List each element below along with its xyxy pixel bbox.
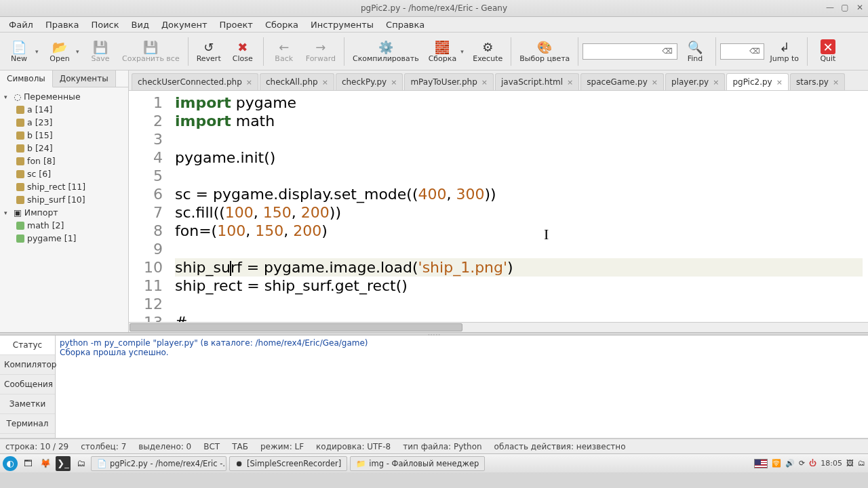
code-editor[interactable]: 12345678910111213 import pygameimport ma… [129, 91, 868, 322]
menu-project[interactable]: Проект [214, 18, 259, 31]
keyboard-layout-icon[interactable] [754, 459, 768, 468]
menu-search[interactable]: Поиск [85, 18, 125, 31]
jumpto-field-wrap[interactable]: ⌫ [720, 43, 765, 60]
start-menu-icon[interactable]: ◐ [3, 456, 18, 471]
horizontal-scrollbar[interactable] [129, 322, 868, 332]
menu-help[interactable]: Справка [380, 18, 431, 31]
menu-edit[interactable]: Правка [39, 18, 85, 31]
build-button[interactable]: 🧱Сборка [425, 34, 461, 69]
msg-tab-compiler[interactable]: Компилятор [0, 355, 55, 375]
msg-tab-terminal[interactable]: Терминал [0, 414, 55, 434]
window-title: pgPic2.py - /home/rex4/Eric - Geany [361, 3, 507, 13]
tree-item[interactable]: fon [8] [1, 155, 127, 167]
taskbar-item[interactable]: ⏺[SimpleScreenRecorder] [229, 456, 347, 471]
tray-app-icon[interactable]: 🖼 [846, 459, 854, 468]
close-window-button[interactable]: ✕ [854, 2, 865, 13]
menu-tools[interactable]: Инструменты [304, 18, 380, 31]
menu-document[interactable]: Документ [155, 18, 214, 31]
tab-close-icon[interactable]: × [567, 78, 573, 87]
sidebar-tab-documents[interactable]: Документы [53, 70, 116, 87]
tree-item[interactable]: ship_surf [10] [1, 193, 127, 206]
firefox-icon[interactable]: 🦊 [38, 456, 53, 471]
search-field-wrap[interactable]: ⌫ [583, 43, 677, 60]
tab-close-icon[interactable]: × [833, 78, 839, 87]
tree-group-import[interactable]: ▾▣Импорт [1, 206, 127, 219]
file-tab[interactable]: player.py× [665, 73, 725, 90]
tray-app-icon[interactable]: 🗂 [858, 459, 865, 468]
tree-item[interactable]: sc [6] [1, 167, 127, 180]
file-tab[interactable]: checkUserConnected.php× [132, 73, 258, 90]
msg-tab-status[interactable]: Статус [0, 336, 55, 355]
search-input[interactable] [586, 47, 660, 56]
new-button[interactable]: 📄New [3, 34, 35, 69]
jumpto-button[interactable]: ↲Jump to [766, 34, 802, 69]
quit-button[interactable]: ✕Quit [812, 34, 844, 69]
file-tab[interactable]: stars.py× [790, 73, 845, 90]
app-icon: ⏺ [235, 459, 243, 468]
files-icon[interactable]: 🗂 [73, 456, 88, 471]
file-tab[interactable]: javaScript.html× [495, 73, 579, 90]
file-tab[interactable]: checkAll.php× [260, 73, 334, 90]
build-dropdown[interactable]: ▾ [460, 48, 467, 55]
toolbar-separator [807, 37, 808, 66]
file-tab[interactable]: spaceGame.py× [580, 73, 664, 90]
open-button[interactable]: 📂Open [43, 34, 76, 69]
msg-tab-notes[interactable]: Заметки [0, 394, 55, 414]
find-button[interactable]: 🔍Find [679, 34, 711, 69]
terminal-icon[interactable]: ❯_ [56, 456, 71, 471]
tab-close-icon[interactable]: × [391, 78, 397, 87]
revert-button[interactable]: ↺Revert [193, 34, 225, 69]
tree-group-variables[interactable]: ▾◌Переменные [1, 90, 127, 103]
code-content[interactable]: import pygameimport math pygame.init() s… [170, 91, 868, 322]
message-line: python -m py_compile "player.py" (в ката… [60, 338, 864, 348]
taskbar-item[interactable]: 📁img - Файловый менеджер [350, 456, 485, 471]
tab-close-icon[interactable]: × [481, 78, 488, 87]
compile-button[interactable]: ⚙️Скомпилировать [349, 34, 423, 69]
execute-button[interactable]: ⚙Execute [469, 34, 507, 69]
tab-close-icon[interactable]: × [322, 78, 328, 87]
open-dropdown[interactable]: ▾ [76, 48, 83, 55]
clear-search-icon[interactable]: ⌫ [660, 47, 674, 56]
tree-item[interactable]: b [15] [1, 129, 127, 142]
status-ins: ВСТ [203, 442, 220, 451]
status-tab: ТАБ [232, 442, 248, 451]
file-tab[interactable]: checkPy.py× [336, 73, 403, 90]
tab-close-icon[interactable]: × [652, 78, 658, 87]
taskbar-item[interactable]: 📄pgPic2.py - /home/rex4/Eric -… [91, 456, 226, 471]
menu-view[interactable]: Вид [125, 18, 155, 31]
clear-jumpto-icon[interactable]: ⌫ [748, 47, 762, 56]
msg-tab-messages[interactable]: Сообщения [0, 375, 55, 394]
toolbar-separator [263, 37, 264, 66]
tab-close-icon[interactable]: × [246, 78, 252, 87]
update-icon[interactable]: ⟳ [799, 459, 805, 468]
close-file-button[interactable]: ✖Close [226, 34, 259, 69]
clock[interactable]: 18:05 [821, 459, 842, 468]
menu-file[interactable]: Файл [3, 18, 39, 31]
jumpto-input[interactable] [724, 47, 748, 56]
sidebar-tab-symbols[interactable]: Символы [0, 70, 53, 87]
tab-close-icon[interactable]: × [776, 78, 783, 87]
tree-item[interactable]: b [24] [1, 142, 127, 155]
tree-item[interactable]: pygame [1] [1, 232, 127, 245]
message-output[interactable]: python -m py_compile "player.py" (в ката… [56, 336, 868, 438]
show-desktop-icon[interactable]: 🗔 [20, 456, 35, 471]
tab-close-icon[interactable]: × [713, 78, 719, 87]
power-icon[interactable]: ⏻ [809, 459, 816, 468]
tree-item[interactable]: ship_rect [11] [1, 180, 127, 193]
file-tab[interactable]: mPayToUser.php× [404, 73, 494, 90]
new-dropdown[interactable]: ▾ [35, 48, 42, 55]
tree-item[interactable]: a [23] [1, 116, 127, 129]
var-icon [16, 170, 24, 178]
menu-build[interactable]: Сборка [259, 18, 304, 31]
file-tab-active[interactable]: pgPic2.py× [726, 73, 789, 90]
network-icon[interactable]: 🛜 [772, 459, 781, 468]
toolbar-separator [578, 37, 578, 66]
volume-icon[interactable]: 🔊 [785, 459, 795, 468]
tree-item[interactable]: a [14] [1, 103, 127, 116]
toolbar-separator [511, 37, 511, 66]
maximize-button[interactable]: ▢ [840, 2, 850, 13]
tree-item[interactable]: math [2] [1, 219, 127, 232]
scrollbar-thumb[interactable] [130, 323, 462, 331]
color-button[interactable]: 🎨Выбор цвета [515, 34, 574, 69]
minimize-button[interactable]: — [825, 2, 835, 13]
